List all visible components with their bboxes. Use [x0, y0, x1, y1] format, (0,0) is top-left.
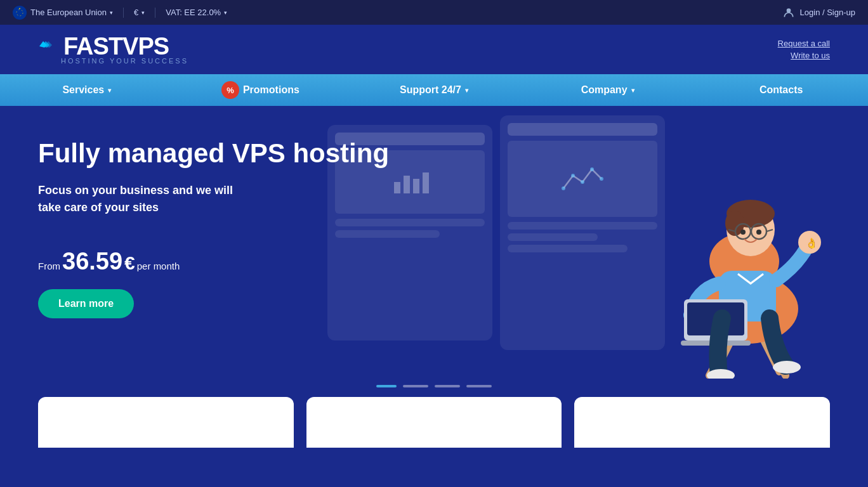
svg-rect-5: [404, 176, 410, 193]
nav-company[interactable]: Company ▾: [521, 74, 695, 106]
header-links: Request a call Write to us: [778, 39, 830, 60]
bottom-card-1[interactable]: [38, 397, 294, 448]
request-call-link[interactable]: Request a call: [778, 39, 830, 48]
divider: [123, 8, 124, 18]
region-chevron-icon: ▾: [110, 10, 113, 16]
svg-point-10: [581, 180, 584, 184]
top-bar: The European Union ▾ € ▾ VAT: EE 22.0% ▾…: [0, 0, 868, 25]
top-bar-left: The European Union ▾ € ▾ VAT: EE 22.0% ▾: [13, 6, 227, 20]
svg-rect-7: [423, 172, 429, 193]
top-bar-right: Login / Sign-up: [782, 6, 855, 19]
svg-text:👌: 👌: [805, 237, 818, 249]
vat-selector[interactable]: VAT: EE 22.0% ▾: [166, 8, 227, 17]
logo-text: FASTVPS: [38, 34, 169, 58]
svg-point-11: [590, 167, 594, 171]
slide-dot-2[interactable]: [403, 385, 428, 387]
hero-price: From 36.59 € per month: [38, 248, 389, 275]
bottom-card-2[interactable]: [306, 397, 562, 448]
slide-indicators: [0, 379, 868, 397]
support-chevron-icon: ▾: [465, 87, 468, 94]
svg-point-9: [571, 174, 575, 178]
header: FASTVPS HOSTING YOUR SUCCESS Request a c…: [0, 25, 868, 74]
logo-subtitle: HOSTING YOUR SUCCESS: [61, 57, 188, 65]
svg-point-29: [756, 230, 761, 235]
vat-chevron-icon: ▾: [224, 10, 227, 16]
nav-promotions[interactable]: % Promotions: [174, 74, 348, 106]
svg-rect-6: [413, 179, 419, 193]
slide-dot-3[interactable]: [435, 385, 460, 387]
nav-services[interactable]: Services ▾: [0, 74, 174, 106]
bottom-cards-preview: [0, 397, 868, 448]
company-chevron-icon: ▾: [631, 87, 635, 94]
divider2: [155, 8, 155, 18]
hero-subtitle: Focus on your business and we will take …: [38, 182, 389, 216]
slide-dot-1[interactable]: [376, 385, 397, 387]
svg-point-8: [562, 186, 565, 190]
character-illustration: 👌: [646, 112, 849, 379]
nav-contacts[interactable]: Contacts: [694, 74, 868, 106]
svg-point-28: [740, 230, 746, 235]
promotions-badge-icon: %: [221, 81, 239, 99]
slide-dot-4[interactable]: [466, 385, 492, 387]
nav-support[interactable]: Support 24/7 ▾: [347, 74, 521, 106]
svg-point-12: [600, 177, 603, 181]
hero-section: Fully managed VPS hosting Focus on your …: [0, 106, 868, 379]
logo-wings-icon: [38, 35, 61, 58]
currency-chevron-icon: ▾: [141, 10, 145, 16]
svg-point-36: [773, 361, 801, 373]
logo[interactable]: FASTVPS HOSTING YOUR SUCCESS: [38, 34, 188, 65]
write-to-us-link[interactable]: Write to us: [791, 51, 830, 60]
navigation: Services ▾ % Promotions Support 24/7 ▾ C…: [0, 74, 868, 106]
svg-point-3: [786, 8, 791, 13]
bottom-card-3[interactable]: [574, 397, 830, 448]
bg-card-2: [500, 115, 665, 350]
svg-rect-4: [394, 182, 400, 193]
learn-more-button[interactable]: Learn more: [38, 289, 134, 318]
eu-flag-icon: [13, 6, 27, 20]
hero-title: Fully managed VPS hosting: [38, 138, 389, 169]
login-button[interactable]: Login / Sign-up: [800, 8, 855, 17]
region-selector[interactable]: The European Union ▾: [30, 8, 113, 17]
hero-content: Fully managed VPS hosting Focus on your …: [38, 138, 389, 318]
currency-selector[interactable]: € ▾: [134, 8, 145, 17]
services-chevron-icon: ▾: [108, 87, 111, 94]
account-icon: [782, 6, 795, 19]
